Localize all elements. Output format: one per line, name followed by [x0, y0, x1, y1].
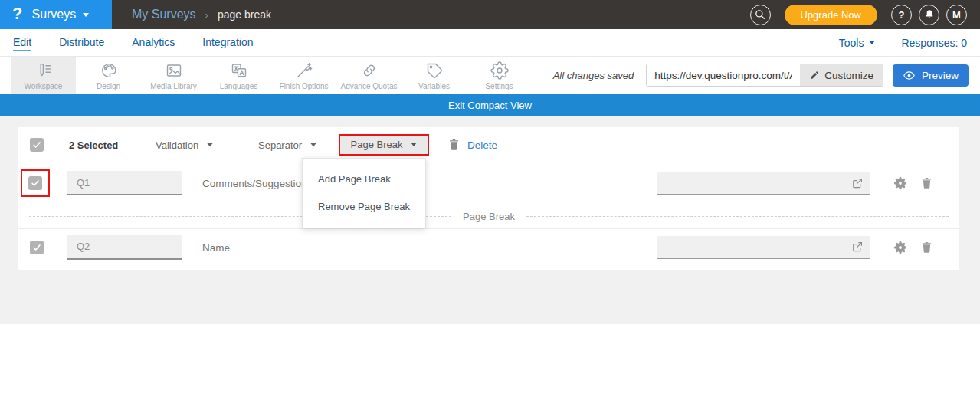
question-settings-button-q2[interactable]	[893, 241, 907, 254]
workspace-icon	[34, 60, 53, 80]
questions-card: 2 Selected Validation Separator Page Bre…	[18, 127, 959, 270]
toolbar-item-media-library[interactable]: Media Library	[141, 57, 206, 94]
question-checkbox-q2[interactable]	[30, 241, 44, 254]
pencil-icon	[809, 70, 820, 80]
external-link-icon	[851, 240, 864, 254]
search-button[interactable]	[750, 5, 771, 25]
responses-count[interactable]: Responses: 0	[901, 37, 967, 49]
wand-icon	[295, 60, 313, 80]
toolbar-item-variables[interactable]: Variables	[402, 57, 467, 94]
survey-url-input[interactable]	[647, 64, 800, 86]
separator-dropdown[interactable]: Separator	[258, 139, 316, 150]
trash-icon	[920, 177, 933, 190]
eye-icon	[903, 69, 916, 82]
question-settings-button-q1[interactable]	[893, 176, 907, 190]
toolbar-item-workspace[interactable]: Workspace	[11, 57, 76, 94]
help-button[interactable]: ?	[891, 5, 912, 25]
palette-icon	[100, 60, 118, 80]
trash-icon	[447, 138, 461, 151]
preview-button[interactable]: Preview	[893, 64, 969, 87]
product-label: Surveys	[31, 8, 76, 21]
notifications-button[interactable]	[919, 5, 939, 25]
chevron-down-icon	[310, 143, 316, 146]
question-checkbox-q1[interactable]	[28, 176, 42, 190]
divider-line	[526, 216, 949, 217]
answer-input-q2[interactable]	[657, 236, 851, 258]
check-icon	[31, 179, 40, 188]
toolbar-item-advance-quotas[interactable]: Advance Quotas	[336, 57, 402, 94]
breadcrumb: My Surveys › page break	[132, 8, 271, 21]
autosave-status: All changes saved	[553, 70, 634, 81]
tab-distribute[interactable]: Distribute	[59, 30, 104, 55]
tab-integration[interactable]: Integration	[202, 30, 253, 55]
gear-icon	[893, 241, 907, 254]
help-icon: ?	[899, 9, 905, 21]
breadcrumb-current-survey: page break	[218, 8, 271, 21]
page-break-divider-label: Page Break	[463, 211, 515, 222]
tutorial-highlight-box	[21, 169, 50, 197]
workspace-area: 2 Selected Validation Separator Page Bre…	[0, 116, 980, 324]
question-title-q2: Name	[202, 241, 230, 253]
upgrade-now-button[interactable]: Upgrade Now	[785, 5, 878, 25]
answer-field-q2	[657, 236, 870, 259]
trash-icon	[920, 241, 933, 254]
surveys-menu[interactable]: ? Surveys	[0, 0, 112, 29]
question-delete-button-q2[interactable]	[920, 241, 933, 254]
header-actions: Upgrade Now ? M	[750, 5, 980, 25]
external-link-icon	[851, 176, 864, 190]
customize-url-button[interactable]: Customize	[800, 64, 883, 86]
gear-icon	[893, 176, 907, 190]
image-icon	[165, 60, 183, 80]
tag-icon	[425, 60, 444, 80]
answer-field-q1	[657, 172, 870, 195]
delete-selected-button[interactable]: Delete	[447, 138, 497, 151]
toolbar-item-design[interactable]: Design	[76, 57, 141, 94]
avatar[interactable]: M	[946, 5, 967, 25]
breadcrumb-my-surveys[interactable]: My Surveys	[132, 8, 196, 21]
page-break-menu: Add Page Break Remove Page Break	[302, 158, 426, 228]
question-delete-button-q1[interactable]	[920, 177, 933, 190]
question-code-input-q2[interactable]	[67, 235, 182, 260]
exit-compact-view-banner[interactable]: Exit Compact View	[0, 94, 980, 116]
translate-icon	[230, 60, 248, 80]
open-answer-button-q2[interactable]	[851, 240, 870, 254]
select-all-checkbox[interactable]	[30, 138, 44, 152]
menu-item-add-page-break[interactable]: Add Page Break	[303, 166, 425, 193]
breadcrumb-separator-icon: ›	[205, 9, 208, 21]
app-header: ? Surveys My Surveys › page break Upgrad…	[0, 0, 980, 29]
selection-toolbar: 2 Selected Validation Separator Page Bre…	[18, 127, 959, 162]
page-break-dropdown[interactable]: Page Break	[339, 134, 429, 156]
open-answer-button-q1[interactable]	[851, 176, 870, 190]
answer-input-q1[interactable]	[657, 172, 851, 194]
tools-dropdown[interactable]: Tools	[839, 37, 876, 49]
question-code-input-q1[interactable]	[67, 171, 182, 195]
chevron-down-icon	[411, 143, 417, 146]
question-title-q1: Comments/Suggestions:	[202, 178, 315, 189]
tab-edit[interactable]: Edit	[13, 30, 31, 55]
edit-toolbar: Workspace Design Media Library Languages…	[0, 57, 980, 94]
chevron-down-icon	[83, 13, 89, 17]
chain-icon	[360, 60, 379, 80]
check-icon	[32, 140, 41, 149]
selected-count-label: 2 Selected	[69, 139, 118, 150]
validation-dropdown[interactable]: Validation	[156, 139, 213, 150]
survey-nav: Edit Distribute Analytics Integration To…	[0, 29, 980, 57]
chevron-down-icon	[207, 143, 213, 146]
toolbar-item-languages[interactable]: Languages	[206, 57, 271, 94]
question-row-q2: Name	[18, 228, 959, 265]
search-icon	[753, 8, 767, 21]
question-row-q1: Comments/Suggestions:	[18, 162, 959, 204]
toolbar-item-finish-options[interactable]: Finish Options	[271, 57, 336, 94]
tab-analytics[interactable]: Analytics	[132, 30, 175, 55]
survey-url-group: Customize	[646, 64, 883, 87]
menu-item-remove-page-break[interactable]: Remove Page Break	[303, 193, 425, 221]
bell-icon	[923, 8, 936, 21]
questionpro-logo-icon: ?	[12, 5, 22, 22]
check-icon	[32, 243, 41, 252]
page-break-divider: Page Break	[18, 204, 959, 228]
gear-icon	[490, 60, 509, 80]
chevron-down-icon	[869, 41, 875, 44]
toolbar-item-settings[interactable]: Settings	[467, 57, 532, 94]
